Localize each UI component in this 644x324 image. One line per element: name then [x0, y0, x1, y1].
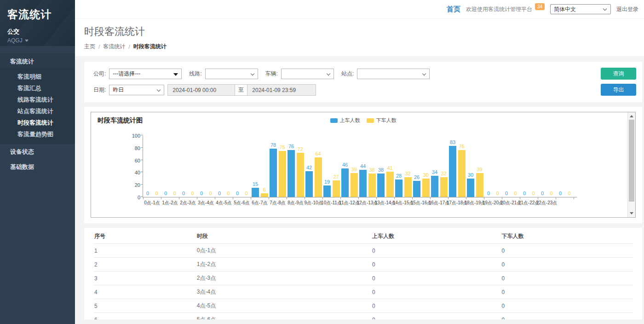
bar-value-label: 72	[291, 146, 309, 152]
filter-row-1: 公司: ---请选择--- 线路: 车辆: 站点:	[93, 69, 592, 79]
vehicle-select[interactable]	[281, 69, 334, 79]
col-header-boarding: 上车人数	[371, 229, 501, 244]
bar-value-label: 0	[560, 191, 578, 196]
bar-boarding	[270, 149, 277, 197]
bar-chart-plot: 020406080100000点-1点001点-2点002点-3点003点-4点…	[143, 136, 577, 197]
x-axis-tick	[430, 197, 431, 199]
sidebar-item-trend-chart[interactable]: 客流量趋势图	[0, 128, 75, 140]
chevron-down-icon	[422, 72, 426, 75]
breadcrumb: 主页 / 客流统计 / 时段客流统计	[84, 43, 635, 51]
x-axis-tick	[215, 197, 215, 199]
notification-badge[interactable]: 34	[535, 3, 545, 10]
bar-value-label: 76	[453, 144, 471, 149]
table-cell: 3	[93, 272, 196, 285]
app-logo: 客流统计	[7, 7, 68, 22]
col-header-period: 时段	[196, 229, 371, 244]
logout-link[interactable]: 退出登录	[616, 6, 638, 13]
y-axis-tick	[141, 147, 143, 148]
table-cell: 6	[93, 313, 196, 320]
bar-boarding	[413, 181, 420, 197]
bar-boarding	[431, 176, 438, 197]
line-select[interactable]	[205, 69, 258, 79]
table-cell: 0	[501, 244, 633, 258]
col-header-alighting: 下车人数	[501, 229, 633, 244]
table-cell: 2	[93, 258, 196, 272]
main-area: 首页 欢迎使用客流统计管理平台 34 简体中文 退出登录 时段客流统计 主页 /…	[75, 0, 644, 324]
vehicle-label: 车辆:	[265, 70, 278, 78]
date-from-input[interactable]	[167, 84, 235, 96]
legend-swatch-blue	[330, 118, 338, 123]
table-cell: 0点-1点	[196, 244, 371, 258]
table-row: 54点-5点00	[93, 299, 633, 313]
y-axis-tick	[141, 197, 143, 197]
sidebar-item-period-stats[interactable]: 时段客流统计	[0, 117, 75, 128]
date-preset-value: 昨日	[113, 86, 124, 94]
table-cell: 0	[371, 244, 501, 258]
breadcrumb-home[interactable]: 主页	[84, 43, 95, 51]
date-to-input[interactable]	[247, 84, 316, 96]
query-button[interactable]: 查询	[601, 68, 636, 80]
y-axis-tick	[141, 135, 143, 135]
table-cell: 5点-6点	[196, 313, 371, 320]
sidebar-item-passenger-stats[interactable]: 客流统计	[0, 53, 75, 69]
home-link[interactable]: 首页	[447, 5, 460, 14]
user-menu[interactable]: AQGJ	[7, 37, 68, 44]
bar-alighting	[333, 180, 340, 197]
scrollbar-thumb[interactable]	[629, 120, 634, 202]
legend-item-boarding[interactable]: 上车人数	[330, 117, 360, 124]
date-range-to-label: 至	[235, 84, 247, 96]
dropdown-arrow-icon	[173, 73, 178, 76]
breadcrumb-separator: /	[98, 44, 100, 50]
table-header-row: 序号 时段 上车人数 下车人数	[93, 229, 633, 244]
scroll-down-icon[interactable]	[630, 212, 633, 214]
sidebar-item-passenger-detail[interactable]: 客流明细	[0, 71, 75, 82]
org-name: 公交	[7, 28, 68, 36]
company-select[interactable]: ---请选择---	[109, 69, 182, 79]
x-axis-tick	[269, 197, 269, 199]
date-preset-select[interactable]: 昨日	[109, 85, 164, 95]
sidebar-menu: 客流统计 客流明细 客流汇总 线路客流统计 站点客流统计 时段客流统计 客流量趋…	[0, 46, 75, 174]
sidebar-item-station-stats[interactable]: 站点客流统计	[0, 105, 75, 117]
scroll-up-icon[interactable]	[630, 115, 633, 117]
chevron-down-icon	[25, 40, 29, 42]
legend-label: 下车人数	[376, 117, 397, 124]
content: 公司: ---请选择--- 线路: 车辆: 站点:	[75, 56, 644, 324]
chevron-down-icon	[250, 72, 254, 75]
chevron-down-icon	[157, 88, 161, 92]
legend-swatch-yellow	[367, 118, 374, 123]
x-axis-tick	[412, 197, 413, 199]
welcome-text: 欢迎使用客流统计管理平台	[466, 6, 532, 13]
bar-boarding	[288, 150, 295, 197]
breadcrumb-current: 时段客流统计	[133, 43, 167, 51]
chart-legend: 上车人数 下车人数	[330, 117, 397, 124]
chart-scrollbar[interactable]	[627, 112, 635, 217]
sidebar-item-device-status[interactable]: 设备状态	[0, 144, 75, 159]
bar-alighting	[261, 193, 268, 197]
y-axis-tick	[141, 184, 143, 185]
x-axis-tick	[251, 197, 251, 199]
x-axis-tick	[305, 197, 305, 199]
x-axis-tick	[322, 197, 323, 199]
sidebar-item-base-data[interactable]: 基础数据	[0, 159, 75, 174]
topbar: 首页 欢迎使用客流统计管理平台 34 简体中文 退出登录	[75, 0, 644, 19]
table-row: 43点-4点00	[93, 285, 633, 299]
export-button[interactable]: 导出	[601, 84, 636, 96]
company-label: 公司:	[93, 70, 106, 78]
sidebar-item-passenger-summary[interactable]: 客流汇总	[0, 82, 75, 94]
bar-boarding	[341, 168, 349, 197]
x-axis-tick	[179, 197, 179, 199]
station-select[interactable]	[357, 69, 430, 79]
legend-item-alighting[interactable]: 下车人数	[367, 117, 397, 124]
breadcrumb-passenger-stats[interactable]: 客流统计	[103, 43, 125, 51]
bar-boarding	[305, 171, 313, 197]
x-axis-tick	[376, 197, 377, 199]
sidebar-item-line-stats[interactable]: 线路客流统计	[0, 94, 75, 105]
chart-title: 时段车流统计图	[98, 116, 143, 125]
table-cell: 0	[371, 258, 501, 272]
language-select[interactable]: 简体中文	[550, 4, 611, 14]
date-label: 日期:	[93, 86, 106, 94]
company-select-value: ---请选择---	[113, 70, 140, 78]
table-cell: 0	[501, 258, 633, 272]
bar-value-label: 64	[309, 151, 327, 156]
table-cell: 0	[371, 313, 501, 320]
